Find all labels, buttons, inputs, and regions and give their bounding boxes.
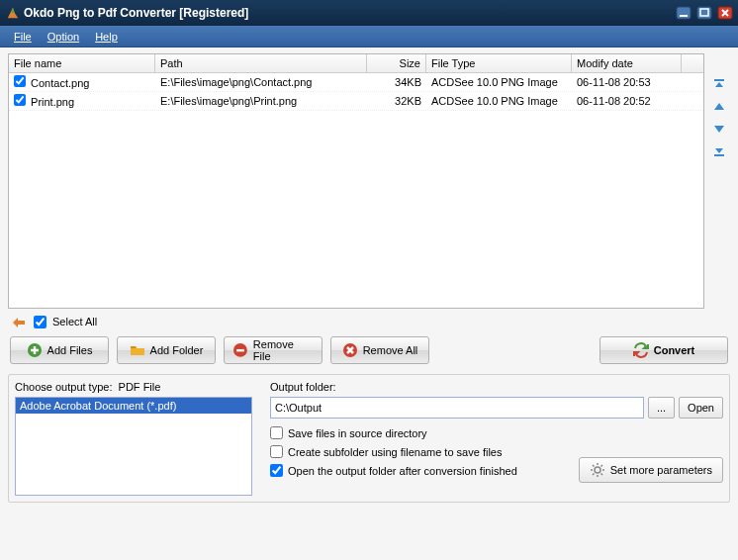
add-files-label: Add Files xyxy=(47,344,93,356)
row-type: ACDSee 10.0 PNG Image xyxy=(426,93,572,109)
menu-file[interactable]: File xyxy=(6,28,40,46)
titlebar: Okdo Png to Pdf Converter [Registered] xyxy=(0,0,738,26)
gear-icon xyxy=(590,462,605,478)
row-checkbox[interactable] xyxy=(14,94,26,106)
remove-icon xyxy=(232,342,248,358)
remove-file-label: Remove File xyxy=(253,338,314,362)
open-after-checkbox[interactable] xyxy=(270,464,283,477)
more-parameters-label: Set more parameters xyxy=(610,464,712,476)
remove-all-label: Remove All xyxy=(363,344,418,356)
action-buttons: Add Files Add Folder Remove File Remove … xyxy=(8,330,730,370)
svg-rect-0 xyxy=(677,7,691,19)
menubar: File Option Help xyxy=(0,26,738,47)
open-after-label: Open the output folder after conversion … xyxy=(288,465,517,477)
move-bottom-button[interactable] xyxy=(711,142,727,158)
svg-rect-6 xyxy=(714,154,724,156)
table-body: Contact.pngE:\Files\image\png\Contact.pn… xyxy=(9,73,703,308)
up-folder-icon[interactable] xyxy=(12,315,28,328)
output-format-list[interactable]: Adobe Acrobat Document (*.pdf) xyxy=(15,397,252,496)
row-checkbox[interactable] xyxy=(14,75,26,87)
header-filetype[interactable]: File Type xyxy=(426,54,572,72)
remove-all-button[interactable]: Remove All xyxy=(330,336,429,364)
save-source-checkbox[interactable] xyxy=(270,426,283,439)
reorder-arrows xyxy=(708,53,730,309)
add-files-button[interactable]: Add Files xyxy=(10,336,109,364)
header-size[interactable]: Size xyxy=(367,54,426,72)
file-table: File name Path Size File Type Modify dat… xyxy=(8,53,704,309)
selectall-checkbox[interactable] xyxy=(34,316,46,328)
row-path: E:\Files\image\png\Contact.png xyxy=(155,74,367,90)
output-type-section: Choose output type: PDF File Adobe Acrob… xyxy=(15,381,252,496)
svg-rect-9 xyxy=(236,349,244,351)
move-up-button[interactable] xyxy=(711,99,727,115)
app-icon xyxy=(6,6,20,20)
header-filename[interactable]: File name xyxy=(9,54,155,72)
row-path: E:\Files\image\png\Print.png xyxy=(155,93,367,109)
header-modifydate[interactable]: Modify date xyxy=(572,54,682,72)
folder-icon xyxy=(130,342,145,358)
selectall-label: Select All xyxy=(52,316,97,327)
output-format-selected[interactable]: Adobe Acrobat Document (*.pdf) xyxy=(16,398,251,414)
add-icon xyxy=(27,342,43,358)
menu-help[interactable]: Help xyxy=(87,28,126,46)
selectall-row: Select All xyxy=(8,309,730,330)
convert-icon xyxy=(633,342,649,358)
bottom-panel: Choose output type: PDF File Adobe Acrob… xyxy=(8,374,730,503)
move-down-button[interactable] xyxy=(711,121,727,137)
convert-button[interactable]: Convert xyxy=(600,336,728,364)
remove-file-button[interactable]: Remove File xyxy=(224,336,323,364)
main-area: File name Path Size File Type Modify dat… xyxy=(0,47,738,560)
add-folder-label: Add Folder xyxy=(150,344,204,356)
create-subfolder-label: Create subfolder using filename to save … xyxy=(288,446,502,458)
svg-point-11 xyxy=(595,467,600,473)
table-header: File name Path Size File Type Modify dat… xyxy=(9,54,703,73)
create-subfolder-checkbox[interactable] xyxy=(270,445,283,458)
close-button[interactable] xyxy=(716,5,734,21)
output-folder-label: Output folder: xyxy=(270,381,723,393)
maximize-button[interactable] xyxy=(695,5,713,21)
move-top-button[interactable] xyxy=(711,77,727,93)
remove-all-icon xyxy=(342,342,358,358)
more-parameters-button[interactable]: Set more parameters xyxy=(579,457,723,483)
window-title: Okdo Png to Pdf Converter [Registered] xyxy=(24,6,672,20)
header-path[interactable]: Path xyxy=(155,54,367,72)
table-row[interactable]: Print.pngE:\Files\image\png\Print.png32K… xyxy=(9,92,703,111)
table-row[interactable]: Contact.pngE:\Files\image\png\Contact.pn… xyxy=(9,73,703,92)
save-source-label: Save files in source directory xyxy=(288,427,427,439)
minimize-button[interactable] xyxy=(675,5,692,21)
output-type-label: Choose output type: PDF File xyxy=(15,381,252,393)
svg-rect-1 xyxy=(680,15,688,17)
browse-button[interactable]: ... xyxy=(648,397,675,419)
add-folder-button[interactable]: Add Folder xyxy=(117,336,216,364)
menu-option[interactable]: Option xyxy=(40,28,87,46)
open-folder-button[interactable]: Open xyxy=(679,397,723,419)
convert-label: Convert xyxy=(654,344,695,356)
row-size: 34KB xyxy=(367,74,426,90)
row-date: 06-11-08 20:53 xyxy=(572,74,682,90)
row-date: 06-11-08 20:52 xyxy=(572,93,682,109)
output-folder-input[interactable] xyxy=(270,397,644,419)
output-folder-section: Output folder: ... Open Save files in so… xyxy=(270,381,723,496)
row-size: 32KB xyxy=(367,93,426,109)
row-type: ACDSee 10.0 PNG Image xyxy=(426,74,572,90)
svg-rect-5 xyxy=(714,79,724,81)
